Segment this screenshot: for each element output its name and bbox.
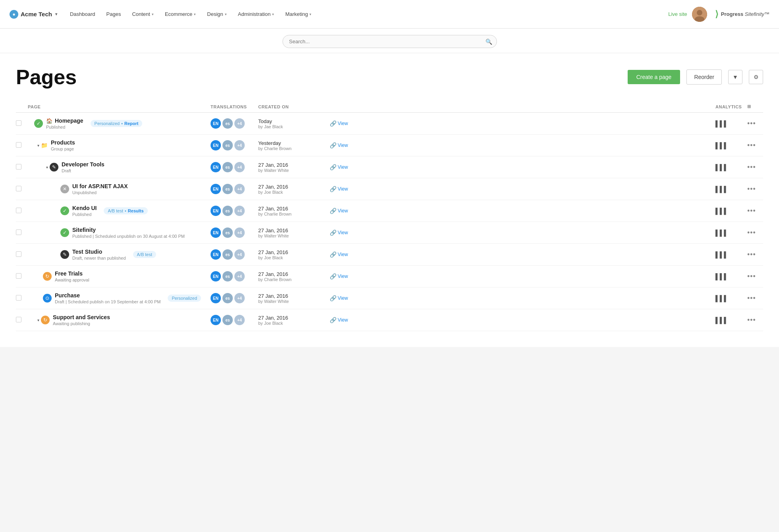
avatar[interactable]	[692, 7, 707, 22]
more-button[interactable]: •••	[747, 251, 756, 259]
analytics-icon[interactable]: ▌▌▌	[715, 273, 728, 280]
row-checkbox[interactable]	[16, 273, 21, 279]
translation-more-chip[interactable]: +4	[234, 206, 245, 216]
row-page-content: ↻ Free Trials Awaiting approval	[28, 270, 207, 282]
view-link[interactable]: 🔗 View	[330, 273, 712, 279]
more-button[interactable]: •••	[747, 185, 756, 193]
view-link[interactable]: 🔗 View	[330, 186, 712, 192]
view-link[interactable]: 🔗 View	[330, 208, 712, 214]
nav-marketing[interactable]: Marketing ▾	[280, 0, 317, 29]
row-created-date: 27 Jan, 2016	[258, 271, 327, 277]
view-link[interactable]: 🔗 View	[330, 142, 712, 148]
nav-ecommerce[interactable]: Ecommerce ▾	[159, 0, 201, 29]
expand-button[interactable]: ▾	[37, 143, 40, 148]
row-page-sub: Awaiting publishing	[53, 321, 110, 326]
translation-en-chip[interactable]: EN	[211, 206, 221, 216]
ab-results-badge: A/B test • Results	[104, 207, 147, 214]
more-button[interactable]: •••	[747, 229, 756, 237]
translation-en-chip[interactable]: EN	[211, 162, 221, 172]
more-button[interactable]: •••	[747, 141, 756, 150]
translation-es-chip[interactable]: es	[222, 118, 233, 129]
row-translations-cell: EN es +4	[211, 178, 258, 200]
expand-button[interactable]: ▾	[45, 165, 49, 170]
view-link[interactable]: 🔗 View	[330, 251, 712, 258]
analytics-icon[interactable]: ▌▌▌	[715, 164, 728, 171]
analytics-icon[interactable]: ▌▌▌	[715, 120, 728, 127]
translation-more-chip[interactable]: +4	[234, 293, 245, 303]
create-page-button[interactable]: Create a page	[628, 70, 680, 84]
view-icon: 🔗	[330, 142, 336, 148]
expand-button[interactable]: ▾	[37, 318, 40, 322]
translation-es-chip[interactable]: es	[222, 249, 233, 260]
settings-button[interactable]: ⚙	[749, 70, 763, 84]
brand[interactable]: ● Acme Tech ▾	[10, 10, 57, 19]
translation-es-chip[interactable]: es	[222, 206, 233, 216]
nav-design[interactable]: Design ▾	[201, 0, 232, 29]
translation-es-chip[interactable]: es	[222, 271, 233, 281]
analytics-icon[interactable]: ▌▌▌	[715, 251, 728, 258]
more-button[interactable]: •••	[747, 207, 756, 215]
more-button[interactable]: •••	[747, 272, 756, 281]
translation-more-chip[interactable]: +4	[234, 271, 245, 281]
translation-more-chip[interactable]: +4	[234, 315, 245, 325]
nav-content[interactable]: Content ▾	[126, 0, 159, 29]
results-link[interactable]: Results	[128, 208, 144, 213]
nav-administration[interactable]: Administration ▾	[232, 0, 280, 29]
translation-en-chip[interactable]: EN	[211, 315, 221, 325]
translation-more-chip[interactable]: +4	[234, 118, 245, 129]
translation-es-chip[interactable]: es	[222, 162, 233, 172]
nav-pages[interactable]: Pages	[101, 0, 127, 29]
translation-more-chip[interactable]: +4	[234, 184, 245, 194]
translation-es-chip[interactable]: es	[222, 315, 233, 325]
analytics-icon[interactable]: ▌▌▌	[715, 186, 728, 193]
row-checkbox[interactable]	[16, 317, 21, 322]
search-input[interactable]	[282, 35, 497, 48]
translation-es-chip[interactable]: es	[222, 227, 233, 238]
translation-more-chip[interactable]: +4	[234, 162, 245, 172]
header-view	[330, 101, 715, 113]
view-link[interactable]: 🔗 View	[330, 120, 712, 127]
translation-en-chip[interactable]: EN	[211, 140, 221, 150]
nav-dashboard[interactable]: Dashboard	[64, 0, 101, 29]
view-link[interactable]: 🔗 View	[330, 229, 712, 236]
analytics-icon[interactable]: ▌▌▌	[715, 317, 728, 324]
view-link[interactable]: 🔗 View	[330, 295, 712, 301]
more-button[interactable]: •••	[747, 163, 756, 172]
translation-more-chip[interactable]: +4	[234, 140, 245, 150]
translation-en-chip[interactable]: EN	[211, 184, 221, 194]
row-checkbox[interactable]	[16, 251, 21, 257]
translation-en-chip[interactable]: EN	[211, 227, 221, 238]
analytics-icon[interactable]: ▌▌▌	[715, 295, 728, 302]
analytics-icon[interactable]: ▌▌▌	[715, 229, 728, 236]
row-checkbox[interactable]	[16, 142, 21, 148]
report-link[interactable]: Report	[124, 121, 138, 126]
more-button[interactable]: •••	[747, 316, 756, 324]
translation-es-chip[interactable]: es	[222, 293, 233, 303]
view-icon: 🔗	[330, 120, 336, 127]
translation-more-chip[interactable]: +4	[234, 249, 245, 260]
row-checkbox[interactable]	[16, 120, 21, 126]
filter-button[interactable]: ▼	[728, 70, 742, 84]
row-checkbox[interactable]	[16, 229, 21, 235]
translation-en-chip[interactable]: EN	[211, 118, 221, 129]
translation-es-chip[interactable]: es	[222, 184, 233, 194]
view-link[interactable]: 🔗 View	[330, 317, 712, 323]
analytics-icon[interactable]: ▌▌▌	[715, 142, 728, 149]
live-site-link[interactable]: Live site	[668, 11, 687, 17]
row-checkbox[interactable]	[16, 208, 21, 213]
view-link[interactable]: 🔗 View	[330, 164, 712, 170]
row-checkbox[interactable]	[16, 186, 21, 191]
row-page-name: Purchase	[55, 292, 160, 299]
translation-en-chip[interactable]: EN	[211, 249, 221, 260]
more-button[interactable]: •••	[747, 294, 756, 303]
translation-en-chip[interactable]: EN	[211, 293, 221, 303]
translation-more-chip[interactable]: +4	[234, 227, 245, 238]
analytics-icon[interactable]: ▌▌▌	[715, 208, 728, 214]
more-button[interactable]: •••	[747, 120, 756, 128]
row-checkbox[interactable]	[16, 295, 21, 301]
reorder-button[interactable]: Reorder	[686, 69, 722, 85]
translation-es-chip[interactable]: es	[222, 140, 233, 150]
row-created-cell: 27 Jan, 2016 by Joe Black	[258, 244, 330, 266]
row-checkbox[interactable]	[16, 164, 21, 170]
translation-en-chip[interactable]: EN	[211, 271, 221, 281]
